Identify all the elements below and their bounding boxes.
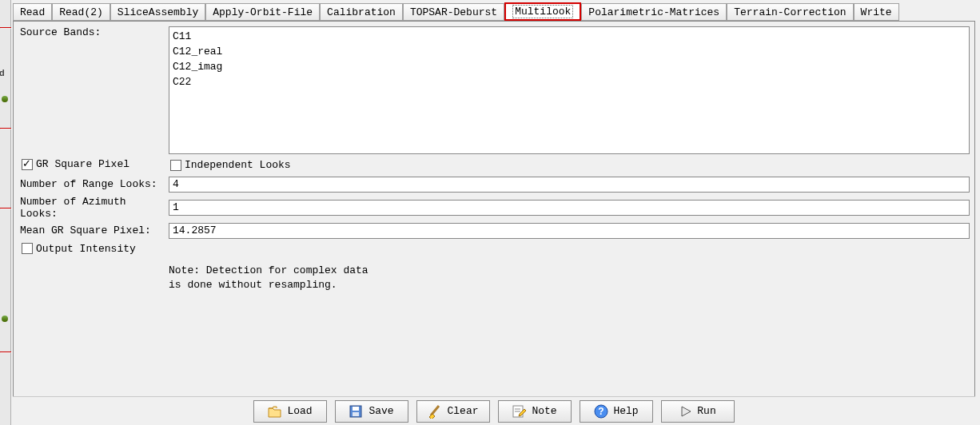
azimuth-looks-input[interactable]: 1 <box>169 200 970 216</box>
load-button[interactable]: Load <box>253 400 327 423</box>
range-looks-label: Number of Range Looks: <box>18 178 169 190</box>
play-icon <box>679 405 692 418</box>
tab-label: Polarimetric-Matrices <box>588 6 719 18</box>
note-button[interactable]: Note <box>498 400 572 423</box>
button-label: Note <box>532 405 556 417</box>
button-label: Load <box>287 405 312 417</box>
multilook-panel: Source Bands: C11 C12_real C12_imag C22 … <box>13 21 975 403</box>
help-icon: ? <box>594 404 608 419</box>
mean-gr-pixel-label: Mean GR Square Pixel: <box>18 224 169 236</box>
checkbox-label: Output Intensity <box>36 243 136 255</box>
clear-button[interactable]: Clear <box>416 400 490 423</box>
list-item[interactable]: C12_real <box>173 44 966 59</box>
button-label: Run <box>697 405 715 417</box>
range-looks-input[interactable]: 4 <box>169 177 970 193</box>
azimuth-looks-label: Number of Azimuth Looks: <box>18 196 169 220</box>
output-intensity-checkbox[interactable]: Output Intensity <box>20 242 137 256</box>
independent-looks-checkbox[interactable]: Independent Looks <box>169 158 293 172</box>
source-bands-list[interactable]: C11 C12_real C12_imag C22 <box>169 26 970 154</box>
tab-bar: Read Read(2) SliceAssembly Apply-Orbit-F… <box>13 3 975 21</box>
tab-label: Apply-Orbit-File <box>213 6 313 18</box>
checkbox-label: Independent Looks <box>185 159 291 171</box>
source-bands-label: Source Bands: <box>18 26 169 38</box>
map-line <box>0 352 11 352</box>
tab-read-2[interactable]: Read(2) <box>52 3 110 21</box>
tab-write[interactable]: Write <box>854 3 899 21</box>
tab-label: Terrain-Correction <box>734 6 846 18</box>
button-label: Save <box>368 405 393 417</box>
map-dot <box>2 316 8 322</box>
tab-label: Multilook <box>512 5 573 18</box>
svg-rect-2 <box>353 412 359 416</box>
tab-topsar-deburst[interactable]: TOPSAR-Deburst <box>403 3 504 21</box>
map-line <box>0 27 11 28</box>
tab-multilook[interactable]: Multilook <box>504 2 581 21</box>
map-dot <box>2 96 8 102</box>
tab-slice-assembly[interactable]: SliceAssembly <box>110 3 205 21</box>
broom-icon <box>428 404 442 419</box>
tab-read[interactable]: Read <box>13 3 52 21</box>
sliver-label: ld <box>0 68 5 77</box>
run-button[interactable]: Run <box>661 400 735 423</box>
list-item[interactable]: C11 <box>173 29 966 44</box>
list-item[interactable]: C12_imag <box>173 59 966 74</box>
tab-label: Read(2) <box>59 6 103 18</box>
list-item[interactable]: C22 <box>173 74 966 89</box>
checkbox-icon <box>22 243 33 254</box>
button-label: Help <box>613 405 638 417</box>
note-text: Note: Detection for complex data is done… <box>169 264 970 292</box>
background-sliver: ld <box>0 0 11 425</box>
map-line <box>0 208 11 209</box>
folder-open-icon <box>268 405 282 418</box>
checkbox-icon <box>22 159 33 170</box>
tab-calibration[interactable]: Calibration <box>320 3 403 21</box>
tab-terrain-correction[interactable]: Terrain-Correction <box>727 3 853 21</box>
checkbox-label: GR Square Pixel <box>36 158 129 170</box>
tab-apply-orbit-file[interactable]: Apply-Orbit-File <box>205 3 320 21</box>
checkbox-icon <box>170 160 181 171</box>
tab-label: Read <box>20 6 45 18</box>
tab-label: Calibration <box>327 6 396 18</box>
gr-square-pixel-checkbox[interactable]: GR Square Pixel <box>20 157 131 171</box>
map-line <box>0 128 11 129</box>
button-label: Clear <box>447 405 478 417</box>
svg-marker-9 <box>682 407 691 416</box>
help-button[interactable]: ? Help <box>580 400 653 423</box>
svg-text:?: ? <box>599 406 604 417</box>
button-bar: Load Save Clear Note ? Help Run <box>13 396 975 423</box>
tab-label: TOPSAR-Deburst <box>410 6 497 18</box>
note-edit-icon <box>512 405 527 418</box>
tab-label: SliceAssembly <box>118 6 198 18</box>
svg-rect-1 <box>353 407 359 411</box>
tab-label: Write <box>861 6 892 18</box>
tab-polarimetric-matrices[interactable]: Polarimetric-Matrices <box>581 3 727 21</box>
save-button[interactable]: Save <box>335 400 408 423</box>
save-icon <box>349 405 364 418</box>
mean-gr-pixel-input[interactable]: 14.2857 <box>169 223 970 239</box>
